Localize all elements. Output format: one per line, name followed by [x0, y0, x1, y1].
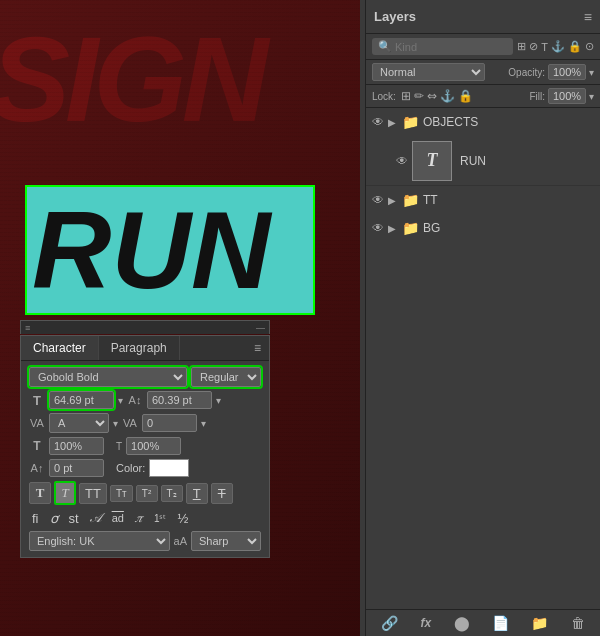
tracking-chevron[interactable]: ▾ — [201, 418, 206, 429]
filter-lock-icon[interactable]: 🔒 — [568, 40, 582, 53]
layer-objects-folder-icon: 📁 — [402, 114, 419, 130]
fx-icon[interactable]: fx — [421, 616, 432, 630]
layer-tt-name: TT — [423, 193, 594, 207]
search-input[interactable] — [395, 41, 507, 53]
filter-pixel-icon[interactable]: ⊞ — [517, 40, 526, 53]
fill-input[interactable] — [548, 88, 586, 104]
subscript-style-btn[interactable]: T₂ — [161, 485, 183, 502]
kerning-select[interactable]: A 0 — [49, 413, 109, 433]
font-size-input[interactable] — [49, 391, 114, 409]
run-text: RUN — [32, 195, 270, 305]
font-family-row: Gobold Bold Regular Bold Italic — [29, 367, 261, 387]
layer-objects-visibility[interactable]: 👁 — [372, 115, 388, 129]
fill-chevron[interactable]: ▾ — [589, 91, 594, 102]
aa-label: aA — [174, 535, 187, 547]
layer-objects-arrow[interactable]: ▶ — [388, 117, 402, 128]
char-panel-menu-icon[interactable]: ≡ — [246, 336, 269, 360]
superscript-style-btn[interactable]: T² — [136, 485, 158, 502]
filter-icons: ⊞ ⊘ T ⚓ 🔒 ⊙ — [517, 40, 594, 53]
layer-bg-group[interactable]: 👁 ▶ 📁 BG — [366, 214, 600, 242]
layer-tt-folder-icon: 📁 — [402, 192, 419, 208]
fraction-btn[interactable]: ½ — [174, 510, 191, 527]
tab-character[interactable]: Character — [21, 336, 99, 360]
layers-panel: Layers ≡ 🔍 ⊞ ⊘ T ⚓ 🔒 ⊙ Normal Multiply S… — [365, 0, 600, 636]
kerning-chevron[interactable]: ▾ — [113, 418, 118, 429]
filter-shape-icon[interactable]: ⚓ — [551, 40, 565, 53]
layer-run-visibility[interactable]: 👁 — [396, 154, 412, 168]
allcaps-style-btn[interactable]: TT — [79, 483, 107, 504]
tracking-input[interactable] — [142, 414, 197, 432]
language-row: English: UK English: US aA Sharp Crisp S… — [29, 531, 261, 551]
filter-type-icon[interactable]: T — [541, 41, 548, 53]
leading-chevron[interactable]: ▾ — [216, 395, 221, 406]
glyph-buttons-row: fi ơ st 𝒜 ad 𝜋 1ˢᵗ ½ — [29, 509, 261, 527]
layer-objects-group[interactable]: 👁 ▶ 📁 OBJECTS — [366, 108, 600, 136]
strikethrough-style-btn[interactable]: T — [211, 483, 233, 504]
language-select[interactable]: English: UK English: US — [29, 531, 170, 551]
stligature-btn[interactable]: st — [66, 510, 82, 527]
lock-draw-icon[interactable]: ✏ — [414, 89, 424, 103]
ligature-btn[interactable]: fi — [29, 510, 42, 527]
bold-style-btn[interactable]: T — [29, 482, 51, 504]
superscript-ord-btn[interactable]: 1ˢᵗ — [151, 512, 170, 525]
new-group-icon[interactable]: 📄 — [492, 615, 509, 631]
layer-bg-visibility[interactable]: 👁 — [372, 221, 388, 235]
blend-mode-select[interactable]: Normal Multiply Screen — [372, 63, 485, 81]
lock-label: Lock: — [372, 91, 396, 102]
font-style-select[interactable]: Regular Bold Italic — [191, 367, 261, 387]
new-layer-folder-icon[interactable]: 📁 — [531, 615, 548, 631]
layer-run[interactable]: 👁 T RUN — [366, 136, 600, 186]
delete-layer-icon[interactable]: 🗑 — [571, 615, 585, 631]
lock-pixel-icon[interactable]: ⊞ — [401, 89, 411, 103]
stylalt-btn[interactable]: 𝒜 — [87, 509, 104, 527]
search-box[interactable]: 🔍 — [372, 38, 513, 55]
layer-run-name: RUN — [460, 154, 486, 168]
style-buttons-row: T T TT Tт T² T₂ T T — [29, 481, 261, 505]
leading-label-icon: A↕ — [127, 394, 143, 406]
topbar-collapse-icon[interactable]: — — [256, 323, 265, 333]
kerning-row: VA A 0 ▾ VA ▾ — [29, 413, 261, 433]
font-size-row: T ▾ A↕ ▾ — [29, 391, 261, 409]
italic-style-btn[interactable]: T — [54, 481, 76, 505]
color-label: Color: — [116, 462, 145, 474]
layer-tt-group[interactable]: 👁 ▶ 📁 TT — [366, 186, 600, 214]
link-layers-icon[interactable]: 🔗 — [381, 615, 398, 631]
vert-scale-input[interactable] — [49, 437, 104, 455]
layers-bottom-toolbar: 🔗 fx ⬤ 📄 📁 🗑 — [366, 609, 600, 636]
kerning-label-icon: VA — [29, 417, 45, 429]
character-panel: Character Paragraph ≡ Gobold Bold Regula… — [20, 335, 270, 558]
baseline-input[interactable] — [49, 459, 104, 477]
leading-input[interactable] — [147, 391, 212, 409]
layer-bg-arrow[interactable]: ▶ — [388, 223, 402, 234]
run-text-box[interactable]: RUN — [25, 185, 315, 315]
lock-artboard-icon[interactable]: ⚓ — [440, 89, 455, 103]
antialiasing-select[interactable]: Sharp Crisp Strong Smooth — [191, 531, 261, 551]
font-size-chevron[interactable]: ▾ — [118, 395, 123, 406]
italic-alt-btn[interactable]: 𝜋 — [132, 509, 146, 527]
filter-adjust-icon[interactable]: ⊘ — [529, 40, 538, 53]
run-thumb-icon: T — [427, 150, 438, 171]
color-swatch[interactable] — [149, 459, 189, 477]
ordinal-btn[interactable]: ad — [109, 511, 127, 525]
layers-search-row: 🔍 ⊞ ⊘ T ⚓ 🔒 ⊙ — [366, 34, 600, 60]
layer-tt-visibility[interactable]: 👁 — [372, 193, 388, 207]
adjustment-icon[interactable]: ⬤ — [454, 615, 470, 631]
horiz-scale-icon: T — [116, 441, 122, 452]
oldstyle-btn[interactable]: ơ — [47, 510, 61, 527]
smallcaps-style-btn[interactable]: Tт — [110, 485, 133, 502]
font-family-select[interactable]: Gobold Bold — [29, 367, 187, 387]
underline-style-btn[interactable]: T — [186, 483, 208, 504]
char-panel-topbar: ≡ — — [20, 320, 270, 334]
lock-move-icon[interactable]: ⇔ — [427, 89, 437, 103]
lock-all-icon[interactable]: 🔒 — [458, 89, 473, 103]
blend-mode-row: Normal Multiply Screen Opacity: ▾ — [366, 60, 600, 85]
character-body: Gobold Bold Regular Bold Italic T ▾ A↕ ▾… — [21, 361, 269, 557]
horiz-scale-input[interactable] — [126, 437, 181, 455]
opacity-input[interactable] — [548, 64, 586, 80]
layer-tt-arrow[interactable]: ▶ — [388, 195, 402, 206]
filter-smart-icon[interactable]: ⊙ — [585, 40, 594, 53]
layers-menu-icon[interactable]: ≡ — [584, 9, 592, 25]
baseline-color-row: A↑ Color: — [29, 459, 261, 477]
tab-paragraph[interactable]: Paragraph — [99, 336, 180, 360]
opacity-chevron[interactable]: ▾ — [589, 67, 594, 78]
